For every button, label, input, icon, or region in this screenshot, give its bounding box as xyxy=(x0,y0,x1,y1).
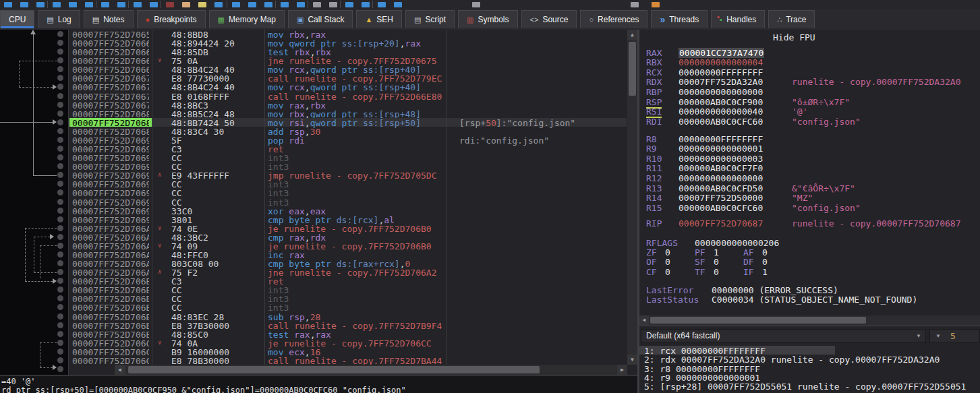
toolbar-icon-fragment[interactable] xyxy=(631,2,639,7)
toolbar-icon-fragment[interactable] xyxy=(20,2,28,7)
register-value-r8[interactable]: 00000000FFFFFFFF xyxy=(679,134,763,144)
breakpoint-dot[interactable] xyxy=(57,189,63,195)
scroll-up-button[interactable]: ▲ xyxy=(627,30,637,40)
register-value-r14[interactable]: 00007FF752D50000 xyxy=(679,193,763,203)
register-value-r9[interactable]: 0000000000000001 xyxy=(679,144,763,154)
toolbar-icon-fragment[interactable] xyxy=(101,2,109,7)
breakpoint-dot[interactable] xyxy=(57,278,63,284)
breakpoint-dot[interactable] xyxy=(57,154,63,160)
breakpoint-dot[interactable] xyxy=(57,243,63,249)
toolbar-icon-fragment[interactable] xyxy=(150,2,158,7)
breakpoint-dot[interactable] xyxy=(57,225,63,231)
tab-cpu[interactable]: CPU xyxy=(0,10,34,28)
flag-value-cf[interactable]: 0 xyxy=(665,267,670,277)
breakpoint-dot[interactable] xyxy=(57,313,63,320)
toolbar-icon-fragment[interactable] xyxy=(117,2,125,7)
toolbar-icon-fragment[interactable] xyxy=(281,2,289,7)
flag-value-tf[interactable]: 0 xyxy=(714,267,719,277)
tab-threads[interactable]: »Threads xyxy=(651,10,708,28)
reg-scroll-left-button[interactable]: ◀ xyxy=(639,315,649,325)
register-value-r12[interactable]: 0000000000000000 xyxy=(679,173,763,183)
reg-hscroll-thumb[interactable] xyxy=(650,317,866,324)
register-value-r11[interactable]: 000000AB0C0CF7F0 xyxy=(679,163,763,173)
breakpoint-dot[interactable] xyxy=(57,322,63,328)
flag-value-zf[interactable]: 0 xyxy=(665,247,670,258)
register-value-rsp[interactable]: 000000AB0C0CF900 xyxy=(679,97,763,107)
hscroll-thumb[interactable] xyxy=(128,366,540,373)
toolbar-icon-fragment[interactable] xyxy=(264,2,272,7)
breakpoint-dot[interactable] xyxy=(57,366,63,372)
args-depth-select[interactable]: ▼ 5 xyxy=(929,329,980,343)
toolbar-icon-fragment[interactable] xyxy=(313,2,321,7)
hide-fpu-button[interactable]: Hide FPU xyxy=(769,32,819,43)
breakpoint-dot[interactable] xyxy=(57,102,63,108)
toolbar-icon-fragment[interactable] xyxy=(134,2,142,7)
breakpoint-dot[interactable] xyxy=(57,340,63,346)
laststatus-value[interactable]: C0000034 (STATUS_OBJECT_NAME_NOT_FOUND) xyxy=(712,295,917,305)
calling-convention-select[interactable]: Default (x64 fastcall) ▼ xyxy=(641,329,926,343)
toolbar-icon-fragment[interactable] xyxy=(248,2,256,7)
toolbar-icon-fragment[interactable] xyxy=(345,2,353,7)
register-value-rsi[interactable]: 0000000000000040 xyxy=(679,107,763,117)
tab-handles[interactable]: ▪Handles xyxy=(711,10,765,28)
vscroll-thumb[interactable] xyxy=(629,42,636,96)
breakpoint-dot[interactable] xyxy=(57,40,63,46)
register-value-rip[interactable]: 00007FF752D70687 xyxy=(679,218,763,229)
breakpoint-dot[interactable] xyxy=(57,251,63,258)
flag-value-of[interactable]: 0 xyxy=(665,257,670,267)
toolbar-icon-fragment[interactable] xyxy=(214,2,223,7)
tab-breakpoints[interactable]: ●Breakpoints xyxy=(137,10,206,28)
register-value-rdx[interactable]: 00007FF752DA32A0 xyxy=(679,77,763,87)
rflags-value[interactable]: 0000000000000206 xyxy=(695,238,779,248)
tab-references[interactable]: ○References xyxy=(580,10,647,28)
register-value-r10[interactable]: 0000000000000003 xyxy=(679,154,763,164)
breakpoint-dot[interactable] xyxy=(57,119,63,125)
toolbar-icon-fragment[interactable] xyxy=(166,2,174,7)
flag-value-pf[interactable]: 1 xyxy=(714,247,719,258)
breakpoint-dot[interactable] xyxy=(57,260,63,266)
breakpoint-dot[interactable] xyxy=(57,349,63,355)
breakpoint-dot[interactable] xyxy=(57,295,63,301)
toolbar-icon-fragment[interactable] xyxy=(85,2,93,7)
breakpoint-dot[interactable] xyxy=(57,111,63,117)
scroll-right-button[interactable]: ▶ xyxy=(617,365,627,375)
breakpoint-dot[interactable] xyxy=(57,57,63,63)
register-value-rcx[interactable]: 00000000FFFFFFFF xyxy=(679,67,763,78)
breakpoint-dot[interactable] xyxy=(57,208,63,214)
breakpoint-dot[interactable] xyxy=(57,163,63,169)
toolbar-icon-fragment[interactable] xyxy=(4,2,12,7)
flag-value-df[interactable]: 0 xyxy=(762,257,768,267)
toolbar-icon-fragment[interactable] xyxy=(53,2,61,7)
toolbar-icon-fragment[interactable] xyxy=(297,2,305,7)
breakpoint-dot[interactable] xyxy=(57,199,63,205)
breakpoint-dot[interactable] xyxy=(57,269,63,275)
register-value-r13[interactable]: 000000AB0C0CFD50 xyxy=(679,183,763,193)
argument-row[interactable]: 5: [rsp+28] 00007FF752D55051 runelite - … xyxy=(644,382,966,392)
breakpoint-dot[interactable] xyxy=(57,304,63,310)
breakpoint-dot[interactable] xyxy=(57,84,63,90)
toolbar-icon-fragment[interactable] xyxy=(378,2,386,7)
toolbar-icon-fragment[interactable] xyxy=(36,2,45,7)
register-value-rbp[interactable]: 0000000000000000 xyxy=(679,87,763,97)
flag-value-sf[interactable]: 0 xyxy=(714,257,719,267)
breakpoint-dot[interactable] xyxy=(57,75,63,81)
scroll-down-button[interactable]: ▼ xyxy=(627,355,637,365)
breakpoint-dot[interactable] xyxy=(57,181,63,187)
toolbar-icon-fragment[interactable] xyxy=(182,2,190,7)
tab-script[interactable]: ▤Script xyxy=(405,10,455,28)
toolbar-icon-fragment[interactable] xyxy=(394,2,402,7)
breakpoint-dot[interactable] xyxy=(57,49,63,55)
tab-notes[interactable]: ▤Notes xyxy=(84,10,134,28)
lasterror-value[interactable]: 00000000 (ERROR_SUCCESS) xyxy=(712,285,838,295)
flag-value-af[interactable]: 0 xyxy=(762,247,768,258)
tab-seh[interactable]: ▲SEH xyxy=(356,10,402,28)
breakpoint-dot[interactable] xyxy=(57,216,63,222)
toolbar-icon-fragment[interactable] xyxy=(69,2,77,7)
tab-source[interactable]: <>Source xyxy=(521,10,577,28)
breakpoint-dot[interactable] xyxy=(57,66,63,72)
toolbar-icon-fragment[interactable] xyxy=(329,2,337,7)
register-value-r15[interactable]: 000000AB0C0CFC60 xyxy=(679,203,763,213)
tab-symbols[interactable]: ▥Symbols xyxy=(458,10,517,28)
register-value-rbx[interactable]: 0000000000000004 xyxy=(679,57,763,67)
toolbar-icon-fragment[interactable] xyxy=(362,2,370,7)
